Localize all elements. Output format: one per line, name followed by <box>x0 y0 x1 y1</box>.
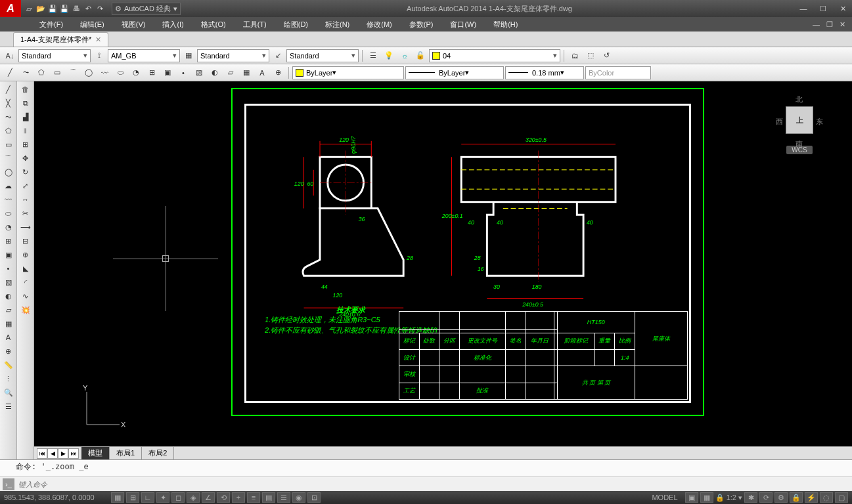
tpy-toggle-icon[interactable]: ▤ <box>262 492 275 503</box>
tab-layout2[interactable]: 布局2 <box>142 447 174 459</box>
trim-tool-icon[interactable]: ✂ <box>18 207 33 220</box>
fillet-tool-icon[interactable]: ◜ <box>18 276 33 289</box>
dimstyle-icon[interactable]: ⟟ <box>92 49 106 63</box>
viewcube-south[interactable]: 南 <box>796 139 803 149</box>
pline-icon[interactable]: ⤳ <box>18 66 33 80</box>
layer-props-icon[interactable]: ☰ <box>366 49 380 63</box>
tab-prev-icon[interactable]: ◀ <box>47 448 58 459</box>
qselect-tool-icon[interactable]: 🔍 <box>1 386 16 399</box>
polygon-icon[interactable]: ⬠ <box>34 66 49 80</box>
menu-file[interactable]: 文件(F) <box>33 18 70 31</box>
copy-tool-icon[interactable]: ⧉ <box>18 96 33 110</box>
ellipse-icon[interactable]: ⬭ <box>113 66 127 80</box>
break-tool-icon[interactable]: ⊟ <box>18 234 33 247</box>
move-tool-icon[interactable]: ✥ <box>18 152 33 165</box>
region-icon[interactable]: ▱ <box>223 66 238 80</box>
minimize-button[interactable]: — <box>794 2 813 15</box>
table-icon[interactable]: ▦ <box>239 66 254 80</box>
region-tool-icon[interactable]: ▱ <box>1 303 16 316</box>
insertblk-tool-icon[interactable]: ⊞ <box>1 234 16 247</box>
anno-vis-icon[interactable]: ✱ <box>744 492 757 503</box>
polar-toggle-icon[interactable]: ✦ <box>156 492 169 503</box>
layer-sun-icon[interactable]: ☼ <box>397 49 412 63</box>
divide-tool-icon[interactable]: ⋮ <box>1 372 16 385</box>
point-tool-icon[interactable]: • <box>1 262 16 275</box>
arc-tool-icon[interactable]: ⌒ <box>1 152 16 165</box>
mtext-icon[interactable]: A <box>255 66 269 80</box>
insert-icon[interactable]: ⊞ <box>145 66 159 80</box>
layer-select[interactable]: 04▾ <box>429 49 560 62</box>
addsel-tool-icon[interactable]: ⊕ <box>1 345 16 358</box>
gradient-tool-icon[interactable]: ◐ <box>1 289 16 303</box>
menu-draw[interactable]: 绘图(D) <box>277 18 315 31</box>
viewcube-east[interactable]: 东 <box>816 117 823 127</box>
tab-layout1[interactable]: 布局1 <box>110 447 142 459</box>
tab-last-icon[interactable]: ⏭ <box>68 448 79 459</box>
layer-iso-icon[interactable]: ⬚ <box>583 49 598 63</box>
table-tool-icon[interactable]: ▦ <box>1 317 16 330</box>
menu-dimension[interactable]: 标注(N) <box>319 18 356 31</box>
hardware-accel-icon[interactable]: ⚡ <box>805 492 818 503</box>
point-icon[interactable]: • <box>176 66 191 80</box>
textstyle-select[interactable]: Standard▾ <box>18 49 91 62</box>
measure-tool-icon[interactable]: 📏 <box>1 358 16 371</box>
line-tool-icon[interactable]: ╱ <box>1 83 16 96</box>
saveas-icon[interactable]: 💾 <box>59 3 70 14</box>
osnap-toggle-icon[interactable]: ◻ <box>171 492 185 503</box>
3dosnap-toggle-icon[interactable]: ◈ <box>187 492 200 503</box>
lineweight-select[interactable]: 0.18 mm▾ <box>505 66 584 79</box>
spline-icon[interactable]: 〰 <box>97 66 112 80</box>
print-icon[interactable]: 🖶 <box>71 3 81 14</box>
ws-switch-icon[interactable]: ⚙ <box>774 492 788 503</box>
command-prompt-icon[interactable]: ›_ <box>3 478 14 490</box>
array-tool-icon[interactable]: ⊞ <box>18 138 33 151</box>
arc-icon[interactable]: ⌒ <box>66 66 80 80</box>
undo-icon[interactable]: ↶ <box>83 3 93 14</box>
explode-tool-icon[interactable]: 💥 <box>18 303 33 316</box>
menu-modify[interactable]: 修改(M) <box>360 18 399 31</box>
view-cube[interactable]: 北 南 东 西 上 WCS <box>767 94 832 180</box>
snap-toggle-icon[interactable]: ▦ <box>111 492 124 503</box>
menu-edit[interactable]: 编辑(E) <box>74 18 111 31</box>
ellipse-arc-icon[interactable]: ◔ <box>129 66 143 80</box>
extend-tool-icon[interactable]: ⟶ <box>18 220 33 234</box>
rect-icon[interactable]: ▭ <box>50 66 64 80</box>
revcloud-tool-icon[interactable]: ☁ <box>1 179 16 192</box>
tablestyle-icon[interactable]: ▦ <box>181 49 196 63</box>
polygon-tool-icon[interactable]: ⬠ <box>1 124 16 137</box>
model-space-button[interactable]: MODEL <box>646 494 683 501</box>
join-tool-icon[interactable]: ⊕ <box>18 248 33 261</box>
circle-icon[interactable]: ◯ <box>81 66 96 80</box>
dyn-toggle-icon[interactable]: + <box>232 492 245 503</box>
menu-view[interactable]: 视图(V) <box>115 18 152 31</box>
ortho-toggle-icon[interactable]: ∟ <box>141 492 154 503</box>
dimstyle-select[interactable]: AM_GB▾ <box>108 49 180 62</box>
hatch-tool-icon[interactable]: ▧ <box>1 276 16 289</box>
document-tab[interactable]: 1-A4-支架尾座体零件* ✕ <box>13 32 108 47</box>
quickview-layouts-icon[interactable]: ▣ <box>685 492 698 503</box>
block-icon[interactable]: ▣ <box>160 66 175 80</box>
mleaderstyle-select[interactable]: Standard▾ <box>286 49 359 62</box>
workspace-selector[interactable]: ⚙ AutoCAD 经典 ▾ <box>112 3 181 15</box>
prop-tool-icon[interactable]: ☰ <box>1 400 16 413</box>
quickview-drawings-icon[interactable]: ▦ <box>700 492 713 503</box>
menu-format[interactable]: 格式(O) <box>194 18 233 31</box>
doc-minimize-button[interactable]: — <box>810 20 822 29</box>
pline-tool-icon[interactable]: ⤳ <box>1 110 16 123</box>
blend-tool-icon[interactable]: ∿ <box>18 289 33 303</box>
lwt-toggle-icon[interactable]: ≡ <box>247 492 260 503</box>
open-icon[interactable]: 📂 <box>35 3 46 14</box>
layer-lock-icon[interactable]: 🔓 <box>413 49 428 63</box>
viewcube-west[interactable]: 西 <box>776 117 783 127</box>
menu-help[interactable]: 帮助(H) <box>487 18 524 31</box>
rotate-tool-icon[interactable]: ↻ <box>18 165 33 178</box>
makeblk-tool-icon[interactable]: ▣ <box>1 248 16 261</box>
hatch-icon[interactable]: ▧ <box>192 66 206 80</box>
new-icon[interactable]: ▱ <box>24 3 34 14</box>
erase-tool-icon[interactable]: 🗑 <box>18 83 33 96</box>
maximize-button[interactable]: ☐ <box>814 2 832 15</box>
textstyle-icon[interactable]: A↓ <box>3 49 17 63</box>
toolbar-lock-icon[interactable]: 🔒 <box>790 492 803 503</box>
tab-close-icon[interactable]: ✕ <box>95 35 101 44</box>
spline-tool-icon[interactable]: 〰 <box>1 193 16 206</box>
